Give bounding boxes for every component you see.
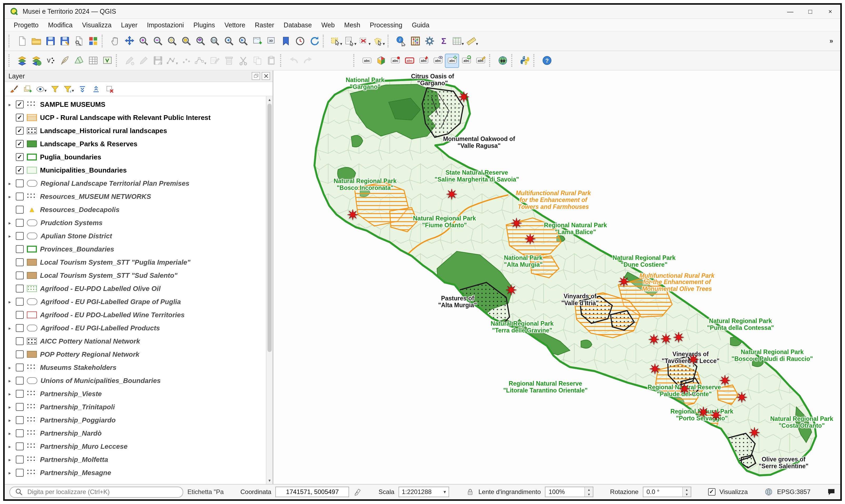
museum-marker[interactable] — [648, 334, 659, 345]
layer-checkbox[interactable]: ✓ — [16, 153, 24, 161]
layer-checkbox[interactable] — [16, 311, 24, 319]
museum-marker[interactable] — [649, 363, 661, 374]
expand-arrow-icon[interactable]: ▸ — [7, 325, 13, 331]
layer-checkbox[interactable] — [16, 443, 24, 450]
dropdown-caret[interactable]: ▾ — [340, 41, 342, 48]
expand-arrow-icon[interactable]: ▸ — [7, 378, 13, 383]
dropdown-caret[interactable]: ▾ — [369, 41, 371, 48]
processing-toolbox-button[interactable] — [422, 34, 437, 48]
menu-vettore[interactable]: Vettore — [220, 20, 250, 30]
remove-layer-button[interactable] — [104, 83, 116, 95]
museum-marker[interactable] — [446, 188, 458, 200]
dropdown-caret[interactable]: ▾ — [383, 41, 385, 48]
magnifier-spinbox[interactable]: 100% ▴▾ — [545, 487, 593, 497]
render-checkbox[interactable]: ✓ — [708, 488, 715, 496]
undo-button[interactable] — [286, 53, 301, 68]
menu-mesh[interactable]: Mesh — [339, 20, 365, 30]
cut-features-button[interactable] — [236, 53, 250, 68]
open-project-button[interactable] — [29, 34, 43, 48]
expand-arrow-icon[interactable]: ▸ — [7, 404, 13, 410]
bookmarks-button[interactable] — [279, 34, 293, 48]
menu-database[interactable]: Database — [279, 20, 317, 30]
layer-checkbox[interactable] — [16, 455, 24, 464]
layer-row[interactable]: ✓Puglia_boundaries — [6, 150, 265, 164]
layer-checkbox[interactable] — [16, 324, 24, 332]
menu-raster[interactable]: Raster — [250, 20, 279, 30]
menu-impostazioni[interactable]: Impostazioni — [142, 20, 189, 30]
layer-checkbox[interactable] — [16, 232, 24, 240]
layer-checkbox[interactable] — [16, 245, 24, 253]
layer-checkbox[interactable] — [16, 350, 24, 358]
expand-arrow-icon[interactable]: ▸ — [7, 102, 13, 107]
toolbar-overflow-button[interactable] — [824, 34, 838, 48]
save-layer-edits-button[interactable] — [151, 53, 165, 68]
layer-labeling-options-button[interactable] — [359, 53, 374, 68]
temporal-controller-button[interactable] — [293, 34, 307, 48]
expand-arrow-icon[interactable]: ▸ — [7, 181, 13, 186]
dropdown-caret[interactable]: ▾ — [45, 88, 47, 95]
layer-row[interactable]: ▸Partnership_Nardò — [6, 427, 265, 440]
zoom-to-layer-button[interactable] — [193, 34, 208, 48]
zoom-out-button[interactable] — [151, 34, 165, 48]
manage-map-themes-button[interactable]: ▾ — [35, 83, 47, 95]
dropdown-caret[interactable]: ▾ — [176, 61, 178, 68]
measure-button[interactable]: ▾ — [465, 34, 479, 48]
layer-row[interactable]: ▸Partnership_Mesagne — [6, 466, 265, 479]
pin-unpin-labels-button[interactable] — [417, 53, 431, 68]
menu-guida[interactable]: Guida — [407, 20, 434, 30]
expand-arrow-icon[interactable]: ▸ — [7, 233, 13, 238]
museum-marker[interactable] — [458, 91, 470, 103]
layer-row[interactable]: Agrifood - EU-PDO Labelled Olive Oil — [6, 282, 265, 295]
show-statistics-button[interactable] — [437, 34, 451, 48]
crs-indicator[interactable]: EPSG:3857 — [777, 488, 811, 496]
menu-web[interactable]: Web — [317, 20, 339, 30]
float-panel-button[interactable] — [252, 72, 260, 80]
layer-row[interactable]: ▸Agrifood - EU PGI-Labelled Products — [6, 321, 265, 335]
expand-arrow-icon[interactable]: ▸ — [7, 365, 13, 370]
expand-arrow-icon[interactable]: ▸ — [7, 220, 13, 226]
layer-row[interactable]: ▸Prudction Systems — [6, 216, 265, 229]
zoom-to-selection-button[interactable] — [179, 34, 193, 48]
layer-checkbox[interactable] — [16, 390, 24, 398]
layer-diagram-options-button[interactable] — [374, 53, 388, 68]
expand-arrow-icon[interactable]: ▸ — [7, 391, 13, 396]
save-project-button[interactable] — [43, 34, 57, 48]
layer-row[interactable]: ▸Partnership_Vieste — [6, 387, 265, 400]
locator-search[interactable] — [10, 486, 183, 498]
new-geopackage-layer-button[interactable] — [57, 53, 72, 68]
museum-marker[interactable] — [719, 374, 731, 386]
deselect-features-button[interactable]: ▾ — [357, 34, 372, 48]
statistical-summary-button[interactable] — [408, 34, 422, 48]
layer-checkbox[interactable] — [16, 416, 24, 424]
locator-input[interactable] — [26, 488, 178, 496]
expand-arrow-icon[interactable]: ▸ — [7, 444, 13, 449]
paste-features-button[interactable] — [264, 53, 279, 68]
new-3d-map-view-button[interactable] — [264, 34, 279, 48]
layer-row[interactable]: ▸Regional Landscape Territorial Plan Pre… — [6, 177, 265, 190]
expand-all-button[interactable] — [76, 83, 88, 95]
layer-checkbox[interactable] — [16, 337, 24, 345]
toggle-extents-icon[interactable] — [354, 488, 362, 496]
add-virtual-layer-button[interactable] — [100, 53, 114, 68]
add-group-button[interactable] — [22, 83, 34, 95]
spin-down-icon[interactable]: ▾ — [585, 492, 593, 497]
layer-checkbox[interactable]: ✓ — [16, 140, 24, 148]
museum-marker[interactable] — [618, 276, 629, 287]
menu-processing[interactable]: Processing — [365, 20, 407, 30]
layer-row[interactable]: ✓Landscape_Historical rural landscapes — [6, 124, 265, 137]
layer-row[interactable]: Provinces_Boundaries — [6, 242, 265, 256]
redo-button[interactable] — [301, 53, 315, 68]
museum-marker[interactable] — [679, 383, 690, 395]
show-hide-labels-button[interactable] — [431, 53, 445, 68]
expand-arrow-icon[interactable]: ▸ — [7, 299, 13, 304]
add-vector-layer-button[interactable] — [15, 53, 29, 68]
layer-row[interactable]: ✓UCP - Rural Landscape with Relevant Pub… — [6, 111, 265, 124]
zoom-next-button[interactable] — [236, 34, 250, 48]
refresh-map-button[interactable] — [307, 34, 321, 48]
museum-marker[interactable] — [698, 406, 709, 418]
zoom-native-resolution-button[interactable] — [208, 34, 222, 48]
layer-checkbox[interactable]: ✓ — [16, 114, 24, 122]
layer-row[interactable]: ▸Resources_MUSEUM NETWORKS — [6, 190, 265, 203]
layer-row[interactable]: ▸Partnership_Molfetta — [6, 453, 265, 466]
coordinate-input[interactable] — [276, 487, 349, 497]
